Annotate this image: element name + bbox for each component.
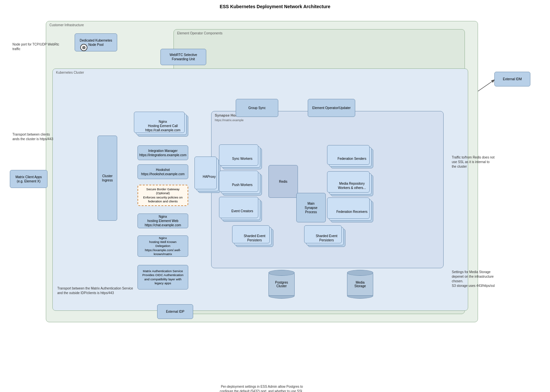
diagram: Customer Infrastructure Element Operator… <box>0 11 550 389</box>
haproxy-box: HAProxy <box>198 160 220 193</box>
media-storage-label: MediaStorage <box>354 281 366 288</box>
federation-receivers-label: Federation Receivers <box>336 210 367 214</box>
transport-auth-note: Transport between the Matrix Authenticat… <box>57 286 172 295</box>
postgres-cylinder: PostgresCluster <box>268 270 295 299</box>
secure-border-box: Secure Border Gateway (Optional)Enforces… <box>138 185 188 206</box>
matrix-auth-label: Matrix Authentication ServiceProvides OI… <box>142 269 184 285</box>
webrtc-box: WebRTC Selective Forwarding Unit <box>160 49 206 65</box>
nodeport-note: Node port for TCP/UDP WebRtc traffic <box>12 42 60 51</box>
kubernetes-cluster-label: Kubernetes Cluster <box>56 71 84 74</box>
redis-label: Redis <box>279 179 287 184</box>
hookshot-label: Hookshothttps://hookshot.example.com <box>141 168 185 176</box>
integration-manager-label: Integration Managerhttps://integrations.… <box>139 149 187 157</box>
federation-receivers-box: Federation Receivers <box>331 201 373 222</box>
redis-note: Traffic to/from Redis does notuse SSL as… <box>452 155 512 169</box>
element-operator-updater-box: Element Operator/Updater <box>308 99 355 117</box>
main-synapse-box: MainSynapseProcess <box>296 193 326 222</box>
push-workers-label: Push Workers <box>232 183 253 187</box>
media-repo-label: Media RepositoryWorkers & others... <box>338 181 366 190</box>
element-operator-label: Element Operator Components <box>177 31 222 35</box>
matrix-client-box: Matrix Client Apps(e.g. Element X) <box>10 170 47 188</box>
sharded-event2-box: Sharded EventPersisters <box>308 229 345 247</box>
nginx-element-box: Nginxhosting Element Webhttps://chat.exa… <box>138 214 188 228</box>
hookshot-box: Hookshothttps://hookshot.example.com <box>138 164 188 179</box>
federation-senders-box: Federation Senders <box>331 149 373 168</box>
synapse-url: https://matrix.example <box>215 119 244 122</box>
external-idm-label: External IDM <box>503 77 522 81</box>
integration-manager-box: Integration Managerhttps://integrations.… <box>138 145 188 160</box>
cluster-ingress-box: ClusterIngress <box>98 136 117 221</box>
nginx-call-box: NginxHosting Eement Callhttps://call.exa… <box>138 115 188 137</box>
transport-clients-note: Transport between clientsands the cluste… <box>12 132 63 141</box>
event-creators-label: Event Creators <box>231 209 253 213</box>
customer-infra-label: Customer Infrastructure <box>49 23 84 27</box>
cluster-ingress-label: ClusterIngress <box>102 174 113 182</box>
postgres-label: PostgresCluster <box>275 281 288 288</box>
haproxy-label: HAProxy <box>203 175 215 179</box>
nginx-wellknown-label: Nginxhosting Well KnownDelegationhttps:/… <box>140 236 186 256</box>
event-creators-box: Event Creators <box>223 200 262 222</box>
element-operator-updater-label: Element Operator/Updater <box>312 106 351 110</box>
sharded-event1-box: Sharded EventPersisters <box>236 229 273 247</box>
secure-border-label: Secure Border Gateway (Optional)Enforces… <box>140 187 186 203</box>
matrix-client-label: Matrix Client Apps(e.g. Element X) <box>15 175 42 183</box>
sharded-event2-label: Sharded EventPersisters <box>316 234 337 242</box>
page-title: ESS Kubernetes Deployment Network Archit… <box>0 0 550 11</box>
sharded-event1-label: Sharded EventPersisters <box>244 234 265 242</box>
webrtc-label: WebRTC Selective Forwarding Unit <box>163 53 204 61</box>
matrix-auth-box: Matrix Authentication ServiceProvides OI… <box>138 265 188 289</box>
nginx-wellknown-box: Nginxhosting Well KnownDelegationhttps:/… <box>138 235 188 257</box>
redis-box: Redis <box>268 165 298 198</box>
group-sync-box: Group Sync <box>236 99 278 117</box>
external-idp-label: External IDP <box>166 309 184 314</box>
external-idp-box: External IDP <box>157 304 193 319</box>
postgres-note: Per-deployment settings in ESS Admin all… <box>183 384 340 392</box>
main-synapse-label: MainSynapseProcess <box>305 201 318 214</box>
sync-workers-label: Sync Workers <box>232 157 252 161</box>
sync-workers-box: Sync Workers <box>223 148 262 169</box>
media-storage-cylinder: MediaStorage <box>347 270 373 299</box>
federation-senders-label: Federation Senders <box>338 157 366 161</box>
media-repo-box: Media RepositoryWorkers & others... <box>331 175 373 196</box>
nginx-call-label: NginxHosting Eement Callhttps://call.exa… <box>145 120 180 132</box>
push-workers-box: Push Workers <box>223 174 262 196</box>
media-storage-note: Settings for Media Storagedepenet on the… <box>452 270 512 288</box>
group-sync-label: Group Sync <box>248 106 266 110</box>
nginx-element-label: Nginxhosting Element Webhttps://chat.exa… <box>145 215 181 227</box>
external-idm-box: External IDM <box>494 72 530 86</box>
nodeport-circle: ⊗ <box>80 44 87 51</box>
